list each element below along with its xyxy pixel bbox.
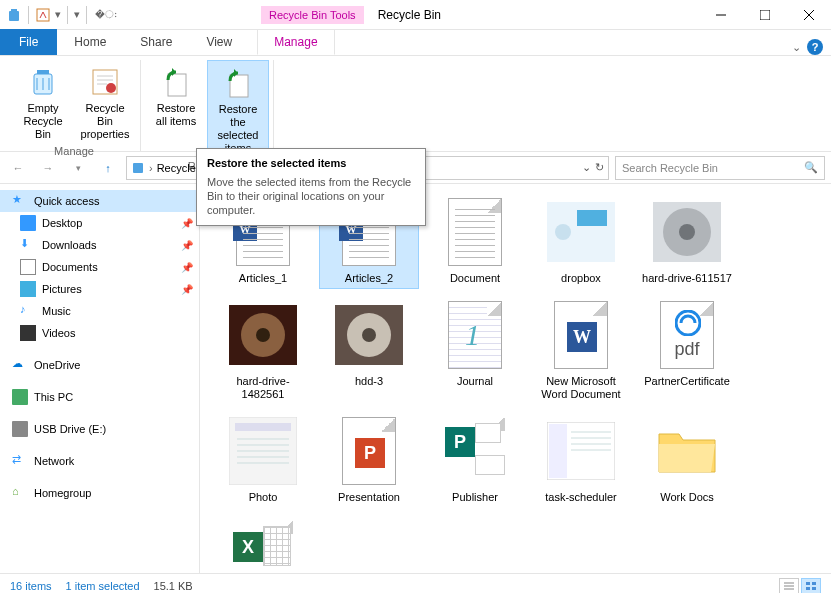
address-dropdown-icon[interactable]: ⌄ [582,161,591,174]
refresh-icon[interactable]: ↻ [595,161,604,174]
sidebar-thispc[interactable]: This PC [0,386,199,408]
properties-icon[interactable] [35,7,51,23]
separator [67,6,68,24]
folder-icon [651,415,723,487]
file-item[interactable]: XWorksheet [213,514,313,573]
sidebar-usb[interactable]: USB Drive (E:) [0,418,199,440]
large-icons-view-button[interactable] [801,578,821,594]
breadcrumb-segment[interactable]: Recycle [157,162,196,174]
sidebar-homegroup[interactable]: ⌂Homegroup [0,482,199,504]
ribbon-group-manage: Empty Recycle Bin Recycle Bin properties… [8,60,141,151]
file-item[interactable]: 1Journal [425,295,525,405]
svg-point-19 [679,224,695,240]
svg-point-10 [106,83,116,93]
image-thumb-icon [333,299,405,371]
restore-all-icon [160,66,192,98]
pin-icon: 📌 [181,262,193,273]
svg-rect-12 [230,75,248,97]
search-input[interactable]: Search Recycle Bin 🔍 [615,156,825,180]
svg-rect-35 [549,424,567,478]
tooltip-body: Move the selected items from the Recycle… [207,175,415,217]
usb-drive-icon [12,421,28,437]
status-selected-count: 1 item selected [66,580,140,592]
search-icon: 🔍 [804,161,818,174]
file-item[interactable]: hard-drive-611517 [637,192,737,289]
sidebar-item-music[interactable]: ♪Music [0,300,199,322]
up-button[interactable]: ↑ [96,156,120,180]
contextual-tab-label: Recycle Bin Tools [261,6,364,24]
sidebar-onedrive[interactable]: ☁OneDrive [0,354,199,376]
file-item[interactable]: PPublisher [425,411,525,508]
sidebar-item-videos[interactable]: Videos [0,322,199,344]
pin-icon: 📌 [181,218,193,229]
pictures-icon [20,281,36,297]
collapse-ribbon-icon[interactable]: ⌄ [792,41,801,54]
file-item[interactable]: pdfPartnerCertificate [637,295,737,405]
tab-file[interactable]: File [0,29,57,55]
svg-rect-1 [11,9,17,11]
tab-home[interactable]: Home [57,29,123,55]
dropdown-arrow-icon[interactable]: ▾ [74,8,80,21]
download-icon: ⬇ [20,237,36,253]
ribbon-group-restore: Restore all items Restore the selected i… [141,60,274,151]
svg-rect-46 [812,587,816,590]
pin-icon: 📌 [181,240,193,251]
tab-manage[interactable]: Manage [257,29,334,55]
image-thumb-icon [651,196,723,268]
forward-button[interactable]: → [36,156,60,180]
pin-icon: 📌 [181,284,193,295]
tab-view[interactable]: View [189,29,249,55]
restore-selected-button[interactable]: Restore the selected items [207,60,269,158]
recent-locations-button[interactable]: ▾ [66,156,90,180]
svg-rect-0 [9,11,19,21]
file-item[interactable]: Photo [213,411,313,508]
file-item[interactable]: Work Docs [637,411,737,508]
file-list[interactable]: WArticles_1 WArticles_2 Document dropbox… [200,184,831,573]
file-item[interactable]: dropbox [531,192,631,289]
svg-rect-28 [235,423,291,431]
file-item[interactable]: hard-drive-1482561 [213,295,313,405]
tab-share[interactable]: Share [123,29,189,55]
help-icon[interactable]: ? [807,39,823,55]
separator [86,6,87,24]
image-thumb-icon [545,196,617,268]
minimize-button[interactable] [699,0,743,30]
svg-rect-44 [812,582,816,585]
empty-recycle-bin-button[interactable]: Empty Recycle Bin [12,60,74,143]
recycle-bin-properties-button[interactable]: Recycle Bin properties [74,60,136,143]
svg-point-25 [362,328,376,342]
file-item[interactable]: Document [425,192,525,289]
svg-rect-2 [37,9,49,21]
status-selection-size: 15.1 KB [154,580,193,592]
sidebar-item-downloads[interactable]: ⬇Downloads📌 [0,234,199,256]
recycle-bin-icon [6,7,22,23]
dropdown-arrow-icon[interactable]: ▾ [55,8,61,21]
file-item[interactable]: task-scheduler [531,411,631,508]
properties-sheet-icon [89,66,121,98]
back-button[interactable]: ← [6,156,30,180]
status-item-count: 16 items [10,580,52,592]
sidebar-item-desktop[interactable]: Desktop📌 [0,212,199,234]
videos-icon [20,325,36,341]
sidebar-quick-access[interactable]: ★ Quick access [0,190,199,212]
window-title: Recycle Bin [378,8,441,22]
svg-rect-13 [133,163,143,173]
sidebar-item-pictures[interactable]: Pictures📌 [0,278,199,300]
details-view-button[interactable] [779,578,799,594]
image-thumb-icon [545,415,617,487]
documents-icon [20,259,36,275]
file-item[interactable]: PPresentation [319,411,419,508]
maximize-button[interactable] [743,0,787,30]
sidebar-network[interactable]: ⇄Network [0,450,199,472]
restore-all-button[interactable]: Restore all items [145,60,207,158]
close-button[interactable] [787,0,831,30]
file-item[interactable]: WNew Microsoft Word Document [531,295,631,405]
svg-rect-45 [806,587,810,590]
image-thumb-icon [227,415,299,487]
sidebar-item-documents[interactable]: Documents📌 [0,256,199,278]
file-item[interactable]: hdd-3 [319,295,419,405]
onedrive-icon: ☁ [12,357,28,373]
star-icon: ★ [12,193,28,209]
separator [28,6,29,24]
recycle-bin-icon [131,160,145,176]
